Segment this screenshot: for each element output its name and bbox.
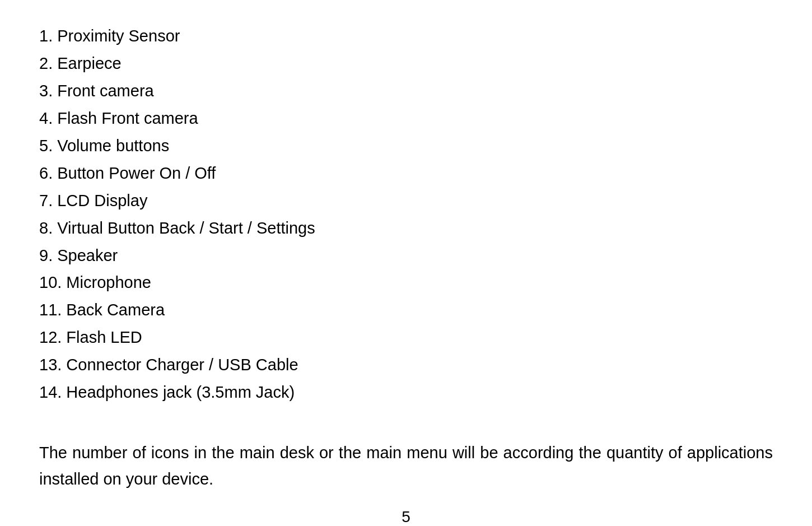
list-item: 4. Flash Front camera (39, 105, 773, 132)
list-item: 6. Button Power On / Off (39, 160, 773, 187)
list-item: 7. LCD Display (39, 187, 773, 215)
page-content: 1. Proximity Sensor 2. Earpiece 3. Front… (22, 11, 790, 526)
page-number: 5 (22, 508, 790, 526)
list-item: 13. Connector Charger / USB Cable (39, 351, 773, 379)
list-item: 12. Flash LED (39, 324, 773, 351)
list-item: 1. Proximity Sensor (39, 22, 773, 50)
list-item: 9. Speaker (39, 242, 773, 269)
description-paragraph: The number of icons in the main desk or … (39, 440, 773, 492)
list-item: 14. Headphones jack (3.5mm Jack) (39, 379, 773, 406)
list-item: 11. Back Camera (39, 296, 773, 324)
list-item: 8. Virtual Button Back / Start / Setting… (39, 215, 773, 242)
list-item: 10. Microphone (39, 269, 773, 296)
list-item: 3. Front camera (39, 77, 773, 105)
list-item: 2. Earpiece (39, 50, 773, 77)
list-item: 5. Volume buttons (39, 132, 773, 160)
component-list: 1. Proximity Sensor 2. Earpiece 3. Front… (39, 22, 773, 406)
